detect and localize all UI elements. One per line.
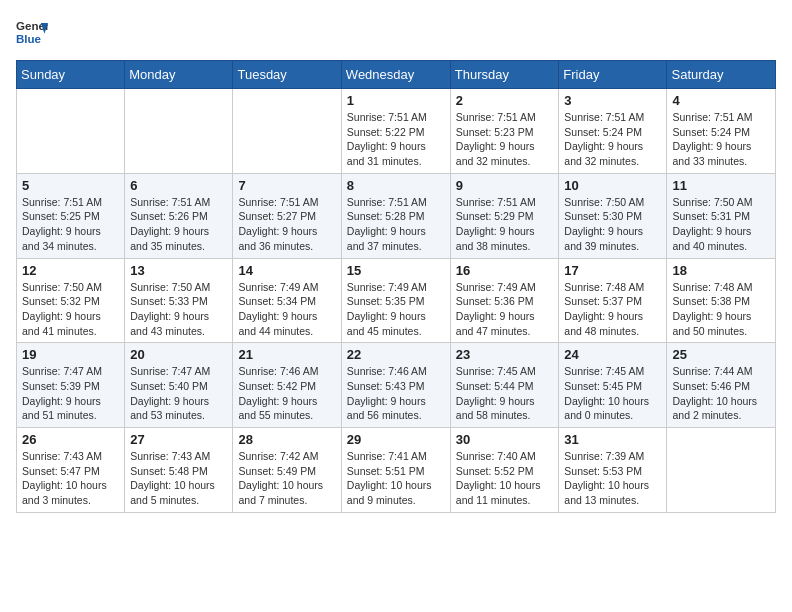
day-number: 11 — [672, 178, 770, 193]
day-info: Sunrise: 7:45 AM Sunset: 5:44 PM Dayligh… — [456, 364, 554, 423]
day-number: 5 — [22, 178, 119, 193]
day-info: Sunrise: 7:48 AM Sunset: 5:38 PM Dayligh… — [672, 280, 770, 339]
day-info: Sunrise: 7:51 AM Sunset: 5:25 PM Dayligh… — [22, 195, 119, 254]
day-number: 9 — [456, 178, 554, 193]
page-header: General Blue — [16, 16, 776, 48]
day-of-week-header: Saturday — [667, 61, 776, 89]
day-info: Sunrise: 7:50 AM Sunset: 5:32 PM Dayligh… — [22, 280, 119, 339]
calendar-cell: 1Sunrise: 7:51 AM Sunset: 5:22 PM Daylig… — [341, 89, 450, 174]
calendar-week-row: 1Sunrise: 7:51 AM Sunset: 5:22 PM Daylig… — [17, 89, 776, 174]
day-number: 22 — [347, 347, 445, 362]
day-number: 30 — [456, 432, 554, 447]
calendar-cell: 18Sunrise: 7:48 AM Sunset: 5:38 PM Dayli… — [667, 258, 776, 343]
day-of-week-header: Friday — [559, 61, 667, 89]
day-of-week-header: Monday — [125, 61, 233, 89]
day-number: 23 — [456, 347, 554, 362]
day-info: Sunrise: 7:46 AM Sunset: 5:42 PM Dayligh… — [238, 364, 335, 423]
calendar-cell: 17Sunrise: 7:48 AM Sunset: 5:37 PM Dayli… — [559, 258, 667, 343]
calendar-table: SundayMondayTuesdayWednesdayThursdayFrid… — [16, 60, 776, 513]
day-info: Sunrise: 7:49 AM Sunset: 5:34 PM Dayligh… — [238, 280, 335, 339]
day-info: Sunrise: 7:43 AM Sunset: 5:48 PM Dayligh… — [130, 449, 227, 508]
calendar-cell: 13Sunrise: 7:50 AM Sunset: 5:33 PM Dayli… — [125, 258, 233, 343]
day-number: 15 — [347, 263, 445, 278]
day-info: Sunrise: 7:51 AM Sunset: 5:29 PM Dayligh… — [456, 195, 554, 254]
day-info: Sunrise: 7:51 AM Sunset: 5:24 PM Dayligh… — [564, 110, 661, 169]
calendar-cell: 24Sunrise: 7:45 AM Sunset: 5:45 PM Dayli… — [559, 343, 667, 428]
calendar-cell: 5Sunrise: 7:51 AM Sunset: 5:25 PM Daylig… — [17, 173, 125, 258]
day-of-week-header: Thursday — [450, 61, 559, 89]
calendar-cell: 14Sunrise: 7:49 AM Sunset: 5:34 PM Dayli… — [233, 258, 341, 343]
day-info: Sunrise: 7:44 AM Sunset: 5:46 PM Dayligh… — [672, 364, 770, 423]
calendar-cell: 15Sunrise: 7:49 AM Sunset: 5:35 PM Dayli… — [341, 258, 450, 343]
calendar-cell: 23Sunrise: 7:45 AM Sunset: 5:44 PM Dayli… — [450, 343, 559, 428]
day-number: 16 — [456, 263, 554, 278]
calendar-cell: 8Sunrise: 7:51 AM Sunset: 5:28 PM Daylig… — [341, 173, 450, 258]
calendar-header-row: SundayMondayTuesdayWednesdayThursdayFrid… — [17, 61, 776, 89]
day-info: Sunrise: 7:50 AM Sunset: 5:30 PM Dayligh… — [564, 195, 661, 254]
calendar-cell — [17, 89, 125, 174]
day-info: Sunrise: 7:49 AM Sunset: 5:36 PM Dayligh… — [456, 280, 554, 339]
day-number: 6 — [130, 178, 227, 193]
day-info: Sunrise: 7:51 AM Sunset: 5:27 PM Dayligh… — [238, 195, 335, 254]
calendar-cell: 7Sunrise: 7:51 AM Sunset: 5:27 PM Daylig… — [233, 173, 341, 258]
day-number: 12 — [22, 263, 119, 278]
calendar-cell: 31Sunrise: 7:39 AM Sunset: 5:53 PM Dayli… — [559, 428, 667, 513]
day-number: 31 — [564, 432, 661, 447]
calendar-week-row: 12Sunrise: 7:50 AM Sunset: 5:32 PM Dayli… — [17, 258, 776, 343]
day-info: Sunrise: 7:50 AM Sunset: 5:33 PM Dayligh… — [130, 280, 227, 339]
day-info: Sunrise: 7:43 AM Sunset: 5:47 PM Dayligh… — [22, 449, 119, 508]
day-number: 8 — [347, 178, 445, 193]
day-number: 13 — [130, 263, 227, 278]
day-number: 3 — [564, 93, 661, 108]
calendar-cell — [667, 428, 776, 513]
svg-text:Blue: Blue — [16, 33, 42, 45]
calendar-cell: 9Sunrise: 7:51 AM Sunset: 5:29 PM Daylig… — [450, 173, 559, 258]
day-info: Sunrise: 7:47 AM Sunset: 5:39 PM Dayligh… — [22, 364, 119, 423]
day-number: 2 — [456, 93, 554, 108]
day-info: Sunrise: 7:46 AM Sunset: 5:43 PM Dayligh… — [347, 364, 445, 423]
day-number: 7 — [238, 178, 335, 193]
day-number: 18 — [672, 263, 770, 278]
day-number: 4 — [672, 93, 770, 108]
day-info: Sunrise: 7:39 AM Sunset: 5:53 PM Dayligh… — [564, 449, 661, 508]
day-info: Sunrise: 7:51 AM Sunset: 5:28 PM Dayligh… — [347, 195, 445, 254]
calendar-cell: 22Sunrise: 7:46 AM Sunset: 5:43 PM Dayli… — [341, 343, 450, 428]
calendar-cell: 6Sunrise: 7:51 AM Sunset: 5:26 PM Daylig… — [125, 173, 233, 258]
day-number: 19 — [22, 347, 119, 362]
day-number: 10 — [564, 178, 661, 193]
day-info: Sunrise: 7:47 AM Sunset: 5:40 PM Dayligh… — [130, 364, 227, 423]
calendar-cell: 12Sunrise: 7:50 AM Sunset: 5:32 PM Dayli… — [17, 258, 125, 343]
calendar-cell: 20Sunrise: 7:47 AM Sunset: 5:40 PM Dayli… — [125, 343, 233, 428]
calendar-cell: 19Sunrise: 7:47 AM Sunset: 5:39 PM Dayli… — [17, 343, 125, 428]
day-info: Sunrise: 7:51 AM Sunset: 5:24 PM Dayligh… — [672, 110, 770, 169]
day-info: Sunrise: 7:40 AM Sunset: 5:52 PM Dayligh… — [456, 449, 554, 508]
day-info: Sunrise: 7:49 AM Sunset: 5:35 PM Dayligh… — [347, 280, 445, 339]
calendar-cell: 4Sunrise: 7:51 AM Sunset: 5:24 PM Daylig… — [667, 89, 776, 174]
day-info: Sunrise: 7:41 AM Sunset: 5:51 PM Dayligh… — [347, 449, 445, 508]
calendar-cell: 10Sunrise: 7:50 AM Sunset: 5:30 PM Dayli… — [559, 173, 667, 258]
calendar-cell: 3Sunrise: 7:51 AM Sunset: 5:24 PM Daylig… — [559, 89, 667, 174]
day-number: 21 — [238, 347, 335, 362]
day-info: Sunrise: 7:45 AM Sunset: 5:45 PM Dayligh… — [564, 364, 661, 423]
day-number: 26 — [22, 432, 119, 447]
calendar-cell: 28Sunrise: 7:42 AM Sunset: 5:49 PM Dayli… — [233, 428, 341, 513]
calendar-cell: 21Sunrise: 7:46 AM Sunset: 5:42 PM Dayli… — [233, 343, 341, 428]
calendar-cell: 25Sunrise: 7:44 AM Sunset: 5:46 PM Dayli… — [667, 343, 776, 428]
calendar-cell: 11Sunrise: 7:50 AM Sunset: 5:31 PM Dayli… — [667, 173, 776, 258]
day-info: Sunrise: 7:51 AM Sunset: 5:22 PM Dayligh… — [347, 110, 445, 169]
calendar-week-row: 5Sunrise: 7:51 AM Sunset: 5:25 PM Daylig… — [17, 173, 776, 258]
logo-icon: General Blue — [16, 16, 48, 48]
calendar-cell: 30Sunrise: 7:40 AM Sunset: 5:52 PM Dayli… — [450, 428, 559, 513]
day-info: Sunrise: 7:51 AM Sunset: 5:26 PM Dayligh… — [130, 195, 227, 254]
day-info: Sunrise: 7:48 AM Sunset: 5:37 PM Dayligh… — [564, 280, 661, 339]
calendar-cell: 29Sunrise: 7:41 AM Sunset: 5:51 PM Dayli… — [341, 428, 450, 513]
day-number: 25 — [672, 347, 770, 362]
day-number: 17 — [564, 263, 661, 278]
day-info: Sunrise: 7:50 AM Sunset: 5:31 PM Dayligh… — [672, 195, 770, 254]
logo: General Blue — [16, 16, 48, 48]
day-number: 24 — [564, 347, 661, 362]
calendar-cell: 26Sunrise: 7:43 AM Sunset: 5:47 PM Dayli… — [17, 428, 125, 513]
day-number: 1 — [347, 93, 445, 108]
calendar-cell: 27Sunrise: 7:43 AM Sunset: 5:48 PM Dayli… — [125, 428, 233, 513]
day-of-week-header: Sunday — [17, 61, 125, 89]
